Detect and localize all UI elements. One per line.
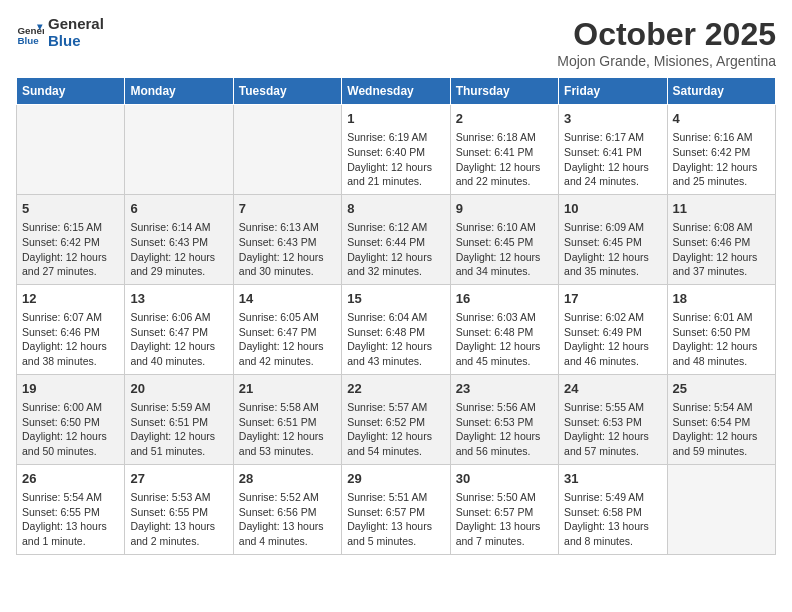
day-info: Daylight: 12 hours and 48 minutes. [673, 339, 770, 368]
day-info: Sunset: 6:53 PM [456, 415, 553, 430]
calendar-cell: 18Sunrise: 6:01 AMSunset: 6:50 PMDayligh… [667, 284, 775, 374]
day-number: 9 [456, 200, 553, 218]
day-info: Sunrise: 5:51 AM [347, 490, 444, 505]
day-number: 21 [239, 380, 336, 398]
day-info: Daylight: 12 hours and 45 minutes. [456, 339, 553, 368]
day-info: Daylight: 12 hours and 46 minutes. [564, 339, 661, 368]
day-info: Sunrise: 6:03 AM [456, 310, 553, 325]
day-info: Sunrise: 6:08 AM [673, 220, 770, 235]
day-info: Sunrise: 6:19 AM [347, 130, 444, 145]
day-info: Daylight: 12 hours and 53 minutes. [239, 429, 336, 458]
day-info: Sunset: 6:47 PM [239, 325, 336, 340]
calendar-week-row: 1Sunrise: 6:19 AMSunset: 6:40 PMDaylight… [17, 105, 776, 195]
day-info: Sunset: 6:54 PM [673, 415, 770, 430]
col-header-sunday: Sunday [17, 78, 125, 105]
day-info: Sunrise: 6:04 AM [347, 310, 444, 325]
calendar-cell: 23Sunrise: 5:56 AMSunset: 6:53 PMDayligh… [450, 374, 558, 464]
day-info: Sunset: 6:47 PM [130, 325, 227, 340]
col-header-tuesday: Tuesday [233, 78, 341, 105]
calendar-cell: 31Sunrise: 5:49 AMSunset: 6:58 PMDayligh… [559, 464, 667, 554]
day-info: Sunrise: 5:58 AM [239, 400, 336, 415]
day-info: Daylight: 12 hours and 25 minutes. [673, 160, 770, 189]
day-info: Sunset: 6:51 PM [130, 415, 227, 430]
calendar-cell: 15Sunrise: 6:04 AMSunset: 6:48 PMDayligh… [342, 284, 450, 374]
calendar-cell [667, 464, 775, 554]
day-info: Sunset: 6:53 PM [564, 415, 661, 430]
day-info: Daylight: 13 hours and 5 minutes. [347, 519, 444, 548]
day-number: 28 [239, 470, 336, 488]
day-info: Sunrise: 6:13 AM [239, 220, 336, 235]
calendar-table: SundayMondayTuesdayWednesdayThursdayFrid… [16, 77, 776, 555]
day-info: Daylight: 12 hours and 22 minutes. [456, 160, 553, 189]
day-info: Daylight: 12 hours and 43 minutes. [347, 339, 444, 368]
day-number: 16 [456, 290, 553, 308]
day-number: 17 [564, 290, 661, 308]
calendar-cell: 19Sunrise: 6:00 AMSunset: 6:50 PMDayligh… [17, 374, 125, 464]
day-info: Daylight: 13 hours and 2 minutes. [130, 519, 227, 548]
day-info: Sunrise: 5:55 AM [564, 400, 661, 415]
day-info: Sunrise: 6:09 AM [564, 220, 661, 235]
day-info: Sunset: 6:42 PM [22, 235, 119, 250]
location-subtitle: Mojon Grande, Misiones, Argentina [557, 53, 776, 69]
day-info: Sunset: 6:50 PM [22, 415, 119, 430]
day-info: Sunrise: 5:50 AM [456, 490, 553, 505]
day-info: Daylight: 13 hours and 1 minute. [22, 519, 119, 548]
day-info: Sunset: 6:50 PM [673, 325, 770, 340]
calendar-cell: 3Sunrise: 6:17 AMSunset: 6:41 PMDaylight… [559, 105, 667, 195]
day-info: Daylight: 12 hours and 42 minutes. [239, 339, 336, 368]
day-info: Sunset: 6:45 PM [456, 235, 553, 250]
day-info: Daylight: 12 hours and 59 minutes. [673, 429, 770, 458]
day-number: 11 [673, 200, 770, 218]
day-info: Sunrise: 5:56 AM [456, 400, 553, 415]
day-info: Sunset: 6:57 PM [456, 505, 553, 520]
day-info: Sunrise: 5:52 AM [239, 490, 336, 505]
calendar-week-row: 19Sunrise: 6:00 AMSunset: 6:50 PMDayligh… [17, 374, 776, 464]
day-info: Sunset: 6:46 PM [673, 235, 770, 250]
day-info: Daylight: 12 hours and 38 minutes. [22, 339, 119, 368]
day-info: Sunrise: 6:12 AM [347, 220, 444, 235]
page-header: General Blue General Blue October 2025 M… [16, 16, 776, 69]
day-info: Sunset: 6:51 PM [239, 415, 336, 430]
day-number: 12 [22, 290, 119, 308]
day-number: 3 [564, 110, 661, 128]
day-number: 25 [673, 380, 770, 398]
day-number: 23 [456, 380, 553, 398]
day-info: Sunrise: 6:02 AM [564, 310, 661, 325]
day-info: Sunset: 6:58 PM [564, 505, 661, 520]
day-number: 1 [347, 110, 444, 128]
logo-general: General [48, 16, 104, 33]
calendar-cell: 21Sunrise: 5:58 AMSunset: 6:51 PMDayligh… [233, 374, 341, 464]
day-info: Sunset: 6:43 PM [239, 235, 336, 250]
day-number: 6 [130, 200, 227, 218]
day-number: 18 [673, 290, 770, 308]
calendar-cell: 17Sunrise: 6:02 AMSunset: 6:49 PMDayligh… [559, 284, 667, 374]
col-header-saturday: Saturday [667, 78, 775, 105]
day-number: 15 [347, 290, 444, 308]
day-number: 8 [347, 200, 444, 218]
day-info: Sunrise: 6:15 AM [22, 220, 119, 235]
day-number: 30 [456, 470, 553, 488]
day-info: Sunrise: 6:10 AM [456, 220, 553, 235]
day-info: Sunset: 6:40 PM [347, 145, 444, 160]
day-info: Sunrise: 5:54 AM [22, 490, 119, 505]
day-number: 19 [22, 380, 119, 398]
day-number: 31 [564, 470, 661, 488]
calendar-cell: 28Sunrise: 5:52 AMSunset: 6:56 PMDayligh… [233, 464, 341, 554]
calendar-cell: 12Sunrise: 6:07 AMSunset: 6:46 PMDayligh… [17, 284, 125, 374]
calendar-cell: 16Sunrise: 6:03 AMSunset: 6:48 PMDayligh… [450, 284, 558, 374]
calendar-header-row: SundayMondayTuesdayWednesdayThursdayFrid… [17, 78, 776, 105]
day-info: Sunset: 6:49 PM [564, 325, 661, 340]
day-number: 26 [22, 470, 119, 488]
day-number: 22 [347, 380, 444, 398]
day-info: Daylight: 13 hours and 7 minutes. [456, 519, 553, 548]
day-info: Sunrise: 6:06 AM [130, 310, 227, 325]
day-info: Sunset: 6:43 PM [130, 235, 227, 250]
svg-text:Blue: Blue [17, 35, 39, 46]
day-number: 14 [239, 290, 336, 308]
col-header-monday: Monday [125, 78, 233, 105]
day-info: Sunset: 6:52 PM [347, 415, 444, 430]
day-number: 7 [239, 200, 336, 218]
day-number: 13 [130, 290, 227, 308]
day-info: Daylight: 12 hours and 50 minutes. [22, 429, 119, 458]
calendar-cell: 6Sunrise: 6:14 AMSunset: 6:43 PMDaylight… [125, 194, 233, 284]
